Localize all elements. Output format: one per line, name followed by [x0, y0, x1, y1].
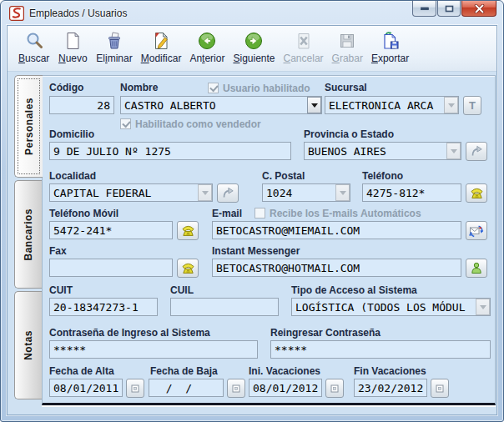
email-send-button[interactable]	[466, 221, 487, 240]
phone-icon	[181, 262, 195, 274]
provincia-combo	[304, 142, 461, 160]
usuario-habilitado-checkbox	[208, 83, 219, 93]
codigo-field[interactable]	[49, 96, 114, 114]
buscar-button[interactable]: Buscar	[14, 29, 53, 66]
email-label: E-mail	[212, 208, 242, 219]
export-icon	[380, 30, 401, 52]
nombre-combo	[120, 96, 322, 114]
fax-dial-button[interactable]	[177, 259, 199, 278]
c-postal-label: C. Postal	[262, 170, 305, 182]
provincia-goto-button[interactable]	[466, 142, 487, 161]
fax-field[interactable]	[49, 259, 173, 277]
telefono-field[interactable]	[362, 183, 461, 202]
chevron-down-icon	[480, 305, 486, 309]
fecha-baja-field[interactable]	[149, 379, 224, 397]
fecha-alta-field[interactable]	[49, 379, 123, 397]
sucursal-t-button[interactable]: T	[463, 96, 481, 115]
maximize-button[interactable]	[437, 1, 461, 17]
phone-icon	[181, 224, 195, 237]
tipo-acceso-label: Tipo de Acceso al Sistema	[291, 284, 417, 296]
form-panel: Código Nombre Usuario habilitado Sucursa…	[42, 75, 496, 405]
fecha-alta-calendar-button[interactable]	[126, 379, 144, 398]
close-icon	[474, 4, 485, 13]
cuit-label: CUIT	[49, 284, 73, 296]
fax-label: Fax	[49, 245, 67, 257]
domicilio-field[interactable]	[49, 142, 291, 160]
tipo-acceso-field[interactable]	[291, 298, 491, 316]
c-postal-combo	[262, 183, 350, 202]
cancelar-button: Cancelar	[280, 29, 328, 66]
email-field[interactable]	[212, 221, 461, 239]
domicilio-label: Domicilio	[49, 128, 94, 140]
anterior-button[interactable]: Anterior	[185, 29, 229, 66]
fecha-baja-calendar-button[interactable]	[227, 379, 245, 398]
usuario-habilitado-label: Usuario habilitado	[223, 83, 310, 94]
prev-arrow-icon	[196, 30, 218, 52]
localidad-label: Localidad	[49, 170, 96, 182]
cuil-label: CUIL	[170, 284, 194, 296]
telefono-movil-field[interactable]	[49, 221, 173, 239]
localidad-field[interactable]	[49, 183, 213, 202]
fin-vacaciones-field[interactable]	[354, 379, 427, 397]
siguiente-button[interactable]: Siguiente	[229, 29, 279, 66]
next-arrow-icon	[243, 30, 265, 52]
window-controls	[411, 1, 496, 17]
chevron-down-icon	[448, 103, 455, 108]
trash-icon	[103, 30, 125, 52]
localidad-dropdown-button	[198, 184, 212, 201]
cuil-field[interactable]	[170, 298, 279, 316]
fin-vacaciones-calendar-button[interactable]	[431, 379, 449, 398]
nombre-field[interactable]	[120, 96, 322, 114]
nuevo-button[interactable]: Nuevo	[53, 29, 92, 66]
tab-notas[interactable]: Notas	[14, 291, 42, 399]
instant-messenger-field[interactable]	[212, 259, 461, 277]
exportar-button[interactable]: Exportar	[367, 29, 413, 66]
contrasena-label: Contraseña de Ingreso al Sistema	[49, 327, 210, 339]
reingresar-field[interactable]	[270, 340, 491, 359]
search-icon	[23, 30, 45, 52]
minimize-icon	[421, 7, 429, 11]
habilitado-vendedor-label: Habilitado como vendedor	[135, 118, 261, 130]
sucursal-dropdown-button	[444, 97, 458, 113]
modificar-button[interactable]: Modificar	[137, 29, 186, 66]
provincia-field[interactable]	[304, 142, 461, 160]
client-area: Buscar Nuevo	[7, 25, 497, 415]
minimize-button[interactable]	[412, 1, 436, 17]
cuit-field[interactable]	[49, 298, 158, 316]
telefono-dial-button[interactable]	[466, 183, 487, 203]
cancel-x-icon	[293, 30, 315, 52]
contrasena-field[interactable]	[49, 340, 258, 359]
close-button[interactable]	[461, 1, 496, 17]
chevron-down-icon	[311, 103, 318, 108]
tab-bancarios[interactable]: Bancarios	[14, 180, 42, 289]
tab-personales[interactable]: Personales	[14, 75, 43, 178]
tipo-acceso-dropdown-button	[476, 299, 490, 315]
chevron-down-icon	[202, 191, 209, 195]
localidad-goto-button[interactable]	[217, 183, 239, 203]
eliminar-button[interactable]: Eliminar	[92, 29, 136, 66]
localidad-combo	[49, 183, 213, 202]
chevron-down-icon	[451, 149, 457, 153]
ini-vacaciones-field[interactable]	[249, 379, 322, 397]
jump-arrow-icon	[470, 145, 483, 158]
telefono-movil-dial-button[interactable]	[177, 221, 199, 240]
nombre-label: Nombre	[120, 82, 158, 93]
telefono-label: Teléfono	[362, 170, 403, 182]
messenger-person-icon	[471, 262, 482, 274]
save-floppy-icon	[336, 30, 358, 52]
phone-icon	[470, 187, 484, 199]
nombre-dropdown-button[interactable]	[307, 97, 321, 113]
sucursal-combo	[325, 96, 459, 114]
recibe-emails-label: Recibe los E-mails Automáticos	[270, 208, 421, 219]
new-document-icon	[62, 30, 83, 52]
fecha-alta-label: Fecha de Alta	[49, 365, 114, 377]
ini-vacaciones-label: Ini. Vacaciones	[249, 365, 320, 377]
ini-vacaciones-calendar-button[interactable]	[325, 379, 344, 398]
messenger-button[interactable]	[466, 259, 487, 278]
reingresar-label: Reingresar Contraseña	[270, 327, 381, 339]
sucursal-field[interactable]	[325, 96, 459, 114]
habilitado-vendedor-checkbox	[120, 118, 131, 129]
calendar-icon	[330, 384, 340, 394]
calendar-icon	[130, 384, 140, 394]
toolbar: Buscar Nuevo	[8, 26, 496, 72]
